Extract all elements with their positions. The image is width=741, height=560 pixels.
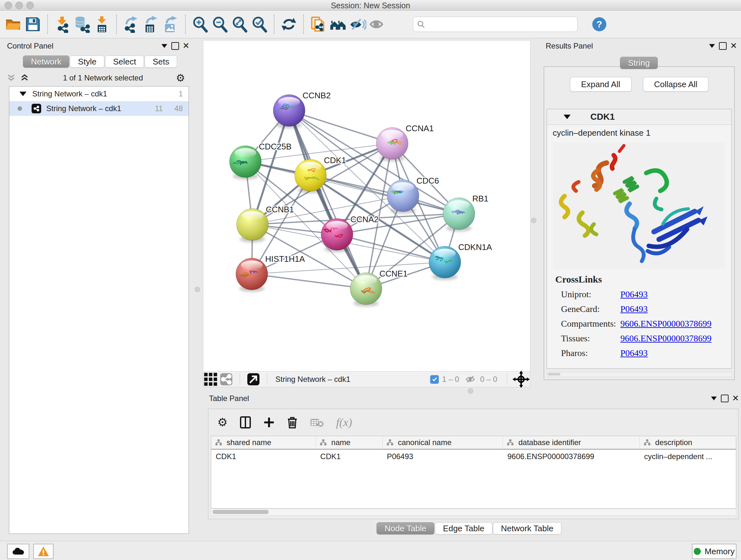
table-panel-close-button[interactable]: ✕	[730, 393, 741, 403]
zoom-selected-button[interactable]	[250, 15, 269, 34]
control-panel-close-button[interactable]: ✕	[181, 41, 192, 51]
collapse-tree-icon[interactable]	[19, 73, 30, 83]
import-table-icon	[93, 16, 111, 33]
graph-node-CCNA1[interactable]: CCNA1	[376, 124, 434, 161]
grid-view-button[interactable]	[203, 370, 218, 389]
import-network-file-button[interactable]	[52, 15, 72, 34]
horizontal-splitter-handle[interactable]	[468, 388, 473, 394]
add-column-icon[interactable]	[263, 417, 275, 428]
results-scrollbar[interactable]	[547, 372, 732, 377]
export-network-button[interactable]	[121, 15, 141, 34]
network-graph[interactable]: CCNB2CCNA1CDC25BCDK1CDC6RB1CCNB1CCNA2CDK…	[203, 41, 530, 371]
table-toolbar: ⚙ f(x)	[208, 409, 738, 431]
graph-node-RB1[interactable]: RB1	[443, 194, 488, 232]
graph-node-CCNA2[interactable]: CCNA2	[321, 214, 379, 252]
help-button[interactable]: ?	[592, 17, 606, 31]
memory-status-button[interactable]: Memory	[692, 544, 737, 559]
graph-node-CDC6[interactable]: CDC6	[387, 176, 439, 213]
control-panel-menu-button[interactable]	[159, 44, 170, 48]
column-header-label: canonical name	[398, 438, 452, 447]
expand-tree-icon[interactable]	[6, 73, 17, 83]
zoom-in-button[interactable]	[190, 15, 210, 34]
warning-status-button[interactable]	[33, 544, 54, 559]
import-network-database-button[interactable]	[72, 15, 92, 34]
network-canvas[interactable]: CCNB2CCNA1CDC25BCDK1CDC6RB1CCNB1CCNA2CDK…	[203, 40, 530, 372]
protein-card-header[interactable]: CDK1	[547, 109, 731, 125]
refresh-view-button[interactable]	[279, 15, 299, 34]
tab-edge-table[interactable]: Edge Table	[435, 522, 492, 535]
graph-node-CCNB1[interactable]: CCNB1	[237, 205, 294, 242]
network-collection-row[interactable]: String Network – cdk1 1	[9, 86, 189, 101]
tab-string[interactable]: String	[620, 57, 658, 69]
column-header-shared-name[interactable]: shared name	[211, 436, 316, 449]
collapse-card-icon[interactable]	[563, 115, 570, 119]
collapse-all-button[interactable]: Collapse All	[643, 77, 709, 91]
crosslink-link[interactable]: 9606.ENSP00000378699	[620, 333, 711, 344]
column-type-icon	[215, 439, 222, 446]
results-panel-menu-button[interactable]	[706, 44, 718, 48]
table-options-gear-icon[interactable]: ⚙	[217, 416, 227, 429]
zoom-out-button[interactable]	[210, 15, 230, 34]
tab-select[interactable]: Select	[105, 56, 144, 68]
table-panel-float-button[interactable]	[719, 395, 730, 402]
hidden-eye-icon[interactable]	[465, 374, 477, 384]
control-panel-float-button[interactable]	[170, 42, 181, 50]
hide-selected-button[interactable]	[348, 15, 367, 34]
results-panel-title: Results Panel	[546, 42, 593, 51]
results-panel-float-button[interactable]	[718, 42, 728, 50]
show-hidden-button-disabled[interactable]	[367, 15, 387, 34]
crosslink-row: GeneCard:P06493	[561, 304, 726, 314]
crosslink-link[interactable]: P06493	[620, 348, 648, 358]
collection-collapse-icon[interactable]	[19, 91, 26, 96]
network-row[interactable]: String Network – cdk1 11 48	[9, 101, 189, 116]
import-table-file-button[interactable]	[92, 15, 112, 34]
graph-node-CDKN1A[interactable]: CDKN1A	[429, 242, 492, 280]
table-cell[interactable]: CDK1	[211, 449, 316, 463]
crosslink-label: Compartments:	[561, 319, 620, 329]
network-from-clipboard-button[interactable]	[308, 15, 328, 34]
save-session-button[interactable]	[23, 15, 43, 34]
search-input[interactable]	[425, 19, 574, 29]
crosslink-link[interactable]: 9606.ENSP00000378699	[620, 319, 711, 329]
column-header-name[interactable]: name	[316, 436, 383, 449]
fit-selected-button[interactable]	[512, 370, 530, 389]
graph-node-CCNE1[interactable]: CCNE1	[350, 269, 408, 307]
crosslink-link[interactable]: P06493	[620, 289, 648, 300]
expand-all-button[interactable]: Expand All	[570, 77, 631, 91]
export-table-button[interactable]	[141, 15, 161, 34]
table-cell[interactable]: 9606.ENSP00000378699	[503, 449, 640, 463]
tab-style[interactable]: Style	[70, 56, 105, 68]
crosslink-link[interactable]: P06493	[620, 304, 648, 314]
network-options-gear-icon[interactable]: ⚙	[176, 72, 185, 84]
node-table[interactable]: shared namenamecanonical namedatabase id…	[211, 436, 736, 509]
table-scrollbar[interactable]	[211, 509, 736, 516]
network-view-button[interactable]	[218, 370, 234, 389]
search-field[interactable]	[413, 17, 578, 32]
right-splitter-handle[interactable]	[531, 218, 536, 223]
tab-node-table[interactable]: Node Table	[377, 522, 434, 535]
cloud-status-button[interactable]	[7, 544, 29, 559]
table-row[interactable]: CDK1CDK1P064939606.ENSP00000378699cyclin…	[211, 449, 736, 463]
detach-view-button[interactable]	[245, 370, 262, 389]
memory-label: Memory	[704, 547, 735, 557]
zoom-fit-button[interactable]	[230, 15, 250, 34]
selected-checkbox[interactable]	[430, 375, 439, 384]
left-splitter-handle[interactable]	[195, 287, 200, 292]
tab-sets[interactable]: Sets	[145, 56, 177, 68]
export-image-button[interactable]	[161, 15, 181, 34]
column-type-icon	[387, 439, 394, 446]
column-header-canonical-name[interactable]: canonical name	[382, 436, 503, 449]
home-button[interactable]	[328, 15, 348, 34]
tab-network-table[interactable]: Network Table	[493, 522, 561, 535]
results-panel-close-button[interactable]: ✕	[728, 41, 739, 51]
tab-network[interactable]: Network	[23, 56, 69, 68]
column-header-database-identifier[interactable]: database identifier	[503, 436, 640, 449]
delete-column-icon[interactable]	[287, 416, 298, 429]
table-panel-menu-button[interactable]	[709, 396, 719, 400]
open-session-button[interactable]	[3, 15, 23, 34]
table-cell[interactable]: CDK1	[316, 449, 383, 463]
table-cell[interactable]: cyclin–dependent ...	[640, 449, 736, 463]
column-header-description[interactable]: description	[640, 436, 736, 449]
table-cell[interactable]: P06493	[382, 449, 503, 463]
show-columns-icon[interactable]	[240, 416, 251, 429]
